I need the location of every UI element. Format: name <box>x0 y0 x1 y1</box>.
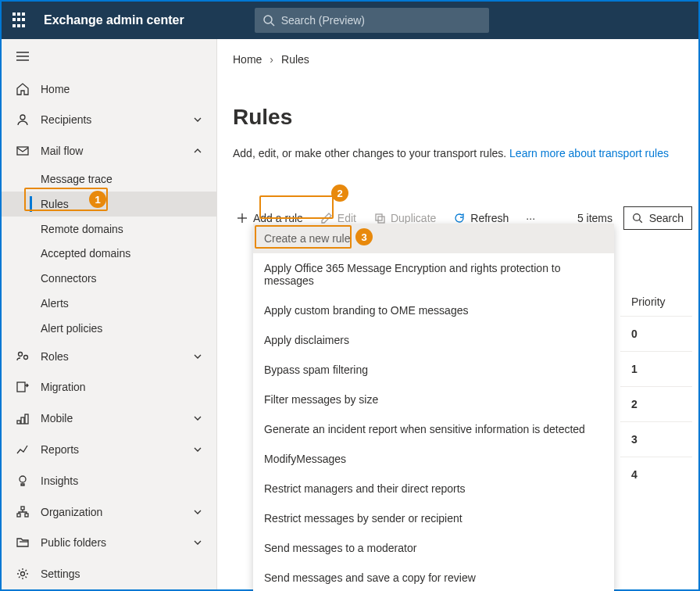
sidebar-subitem-alert-policies[interactable]: Alert policies <box>2 316 216 341</box>
global-search[interactable]: Search (Preview) <box>255 8 489 33</box>
duplicate-icon <box>373 212 386 224</box>
person-icon <box>16 113 30 127</box>
sidebar-item-roles[interactable]: Roles <box>2 341 216 372</box>
table-search[interactable]: Search <box>623 206 692 230</box>
table-cell[interactable]: 2 <box>620 386 692 421</box>
svg-rect-10 <box>17 421 20 424</box>
dropdown-item[interactable]: Send messages and save a copy for review <box>253 563 614 591</box>
page-description: Add, edit, or make other changes to your… <box>233 147 692 159</box>
chevron-down-icon <box>193 115 202 124</box>
svg-rect-16 <box>25 514 28 517</box>
svg-rect-21 <box>378 217 384 223</box>
dropdown-item[interactable]: Send messages to a moderator <box>253 533 614 563</box>
reports-icon <box>16 442 30 457</box>
svg-rect-15 <box>17 514 20 517</box>
sidebar-item-label: Recipients <box>41 113 182 126</box>
annotation-badge-2: 2 <box>331 184 348 202</box>
svg-rect-14 <box>21 507 24 510</box>
sidebar-item-settings[interactable]: Settings <box>2 558 216 589</box>
migration-icon <box>16 380 30 394</box>
app-title: Exchange admin center <box>44 13 184 27</box>
sidebar-item-public-folders[interactable]: Public folders <box>2 527 216 558</box>
search-icon <box>632 213 643 224</box>
sidebar-item-recipients[interactable]: Recipients <box>2 105 216 136</box>
sidebar-subitem-rules[interactable]: Rules <box>2 192 216 217</box>
sidebar-item-label: Roles <box>41 350 182 363</box>
breadcrumb-home[interactable]: Home <box>233 53 262 66</box>
app-launcher-icon[interactable] <box>12 13 28 28</box>
svg-point-17 <box>21 572 25 576</box>
sidebar-item-home[interactable]: Home <box>2 73 216 105</box>
org-icon <box>16 505 30 519</box>
svg-point-13 <box>20 476 26 482</box>
top-bar: Exchange admin center Search (Preview) <box>2 2 698 39</box>
folders-icon <box>16 535 30 550</box>
dropdown-item[interactable]: Apply disclaimers <box>253 325 614 355</box>
svg-rect-6 <box>17 147 28 155</box>
svg-rect-20 <box>376 214 382 220</box>
sidebar-item-label: Migration <box>41 381 202 393</box>
annotation-badge-1: 1 <box>89 191 106 208</box>
svg-rect-9 <box>17 382 25 392</box>
breadcrumb-separator: › <box>270 53 273 66</box>
dropdown-item[interactable]: Generate an incident report when sensiti… <box>253 414 614 444</box>
dropdown-item[interactable]: Filter messages by size <box>253 385 614 414</box>
sidebar-item-migration[interactable]: Migration <box>2 372 216 403</box>
sidebar-item-label: Mail flow <box>41 145 182 157</box>
mail-icon <box>16 144 30 158</box>
dropdown-item-create-new[interactable]: Create a new rule <box>253 224 614 253</box>
sidebar-item-insights[interactable]: Insights <box>2 465 216 496</box>
sidebar-item-label: Organization <box>41 506 182 518</box>
sidebar: Home Recipients Mail flow Message trace … <box>2 39 217 589</box>
settings-icon <box>16 567 30 581</box>
dropdown-item[interactable]: ModifyMessages <box>253 444 614 474</box>
dropdown-item[interactable]: Restrict managers and their direct repor… <box>253 474 614 503</box>
table-cell[interactable]: 3 <box>620 421 692 457</box>
svg-point-8 <box>24 355 28 359</box>
chevron-down-icon <box>193 352 202 361</box>
chevron-down-icon <box>193 507 202 517</box>
sidebar-subitem-alerts[interactable]: Alerts <box>2 291 216 316</box>
sidebar-subitem-connectors[interactable]: Connectors <box>2 266 216 291</box>
sidebar-item-mobile[interactable]: Mobile <box>2 403 216 434</box>
refresh-icon <box>453 212 466 224</box>
insights-icon <box>16 474 30 488</box>
sidebar-subitem-message-trace[interactable]: Message trace <box>2 167 216 192</box>
svg-point-0 <box>264 16 272 23</box>
svg-rect-12 <box>25 414 28 424</box>
sidebar-item-label: Public folders <box>41 536 182 549</box>
dropdown-item[interactable]: Apply custom branding to OME messages <box>253 296 614 325</box>
sidebar-subitem-remote-domains[interactable]: Remote domains <box>2 217 216 242</box>
sidebar-item-reports[interactable]: Reports <box>2 434 216 465</box>
dropdown-item[interactable]: Restrict messages by sender or recipient <box>253 503 614 533</box>
learn-more-link[interactable]: Learn more about transport rules <box>509 147 669 159</box>
column-header-priority[interactable]: Priority <box>620 288 692 316</box>
dropdown-item[interactable]: Bypass spam filtering <box>253 355 614 385</box>
roles-icon <box>16 349 30 364</box>
svg-line-1 <box>271 23 274 26</box>
plus-icon <box>236 212 248 224</box>
chevron-down-icon <box>193 538 202 547</box>
home-icon <box>16 82 30 96</box>
svg-point-7 <box>19 352 23 356</box>
sidebar-item-organization[interactable]: Organization <box>2 496 216 528</box>
sidebar-item-label: Home <box>41 83 202 95</box>
edit-icon <box>320 212 333 224</box>
chevron-up-icon <box>193 146 202 156</box>
add-rule-dropdown: Create a new rule Apply Office 365 Messa… <box>253 224 614 591</box>
search-icon <box>262 14 275 27</box>
annotation-badge-3: 3 <box>355 228 373 245</box>
sidebar-item-label: Insights <box>41 475 202 487</box>
table-cell[interactable]: 0 <box>620 316 692 351</box>
hamburger-button[interactable] <box>2 39 216 73</box>
breadcrumb: Home › Rules <box>233 53 692 66</box>
dropdown-item[interactable]: Apply Office 365 Message Encryption and … <box>253 253 614 296</box>
page-title: Rules <box>233 105 692 130</box>
search-placeholder: Search (Preview) <box>281 14 365 27</box>
sidebar-subitem-accepted-domains[interactable]: Accepted domains <box>2 242 216 267</box>
table-cell[interactable]: 4 <box>620 457 692 492</box>
sidebar-item-label: Settings <box>41 568 202 580</box>
sidebar-item-mail-flow[interactable]: Mail flow <box>2 135 216 167</box>
table-cell[interactable]: 1 <box>620 351 692 386</box>
svg-point-5 <box>20 115 25 120</box>
